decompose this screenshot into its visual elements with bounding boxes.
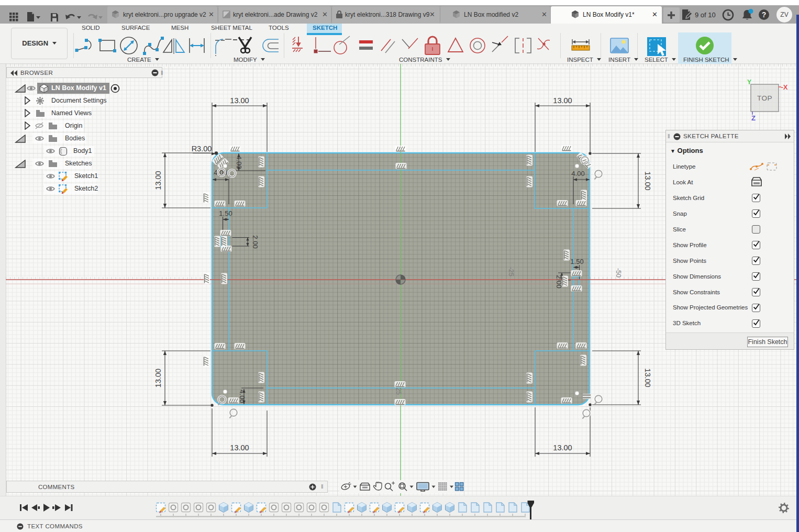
svg-text:13.00: 13.00 bbox=[230, 96, 249, 105]
svg-text:2.00: 2.00 bbox=[555, 275, 563, 288]
svg-text:2.00: 2.00 bbox=[251, 235, 259, 248]
svg-text:1.50: 1.50 bbox=[219, 209, 232, 217]
svg-text:13.00: 13.00 bbox=[154, 369, 162, 387]
svg-text:TOP: TOP bbox=[757, 94, 772, 102]
svg-text:4.00: 4.00 bbox=[235, 156, 243, 169]
svg-text:-25: -25 bbox=[507, 267, 515, 276]
svg-text:13.00: 13.00 bbox=[553, 444, 572, 452]
svg-text:13.00: 13.00 bbox=[643, 171, 652, 190]
svg-text:13.00: 13.00 bbox=[230, 444, 249, 452]
svg-text:?: ? bbox=[762, 10, 767, 19]
svg-text:25: 25 bbox=[395, 387, 402, 395]
svg-text:1.50: 1.50 bbox=[570, 258, 583, 265]
svg-text:Y: Y bbox=[747, 79, 751, 86]
svg-text:R3.00: R3.00 bbox=[192, 145, 212, 153]
svg-text:13.00: 13.00 bbox=[553, 96, 572, 105]
svg-text:4.00: 4.00 bbox=[571, 170, 584, 178]
svg-text:13.00: 13.00 bbox=[643, 368, 652, 387]
svg-text:-50: -50 bbox=[615, 268, 622, 278]
svg-text:-X: -X bbox=[781, 83, 788, 91]
svg-text:Z: Z bbox=[751, 114, 756, 122]
svg-text:4.00: 4.00 bbox=[238, 390, 246, 403]
